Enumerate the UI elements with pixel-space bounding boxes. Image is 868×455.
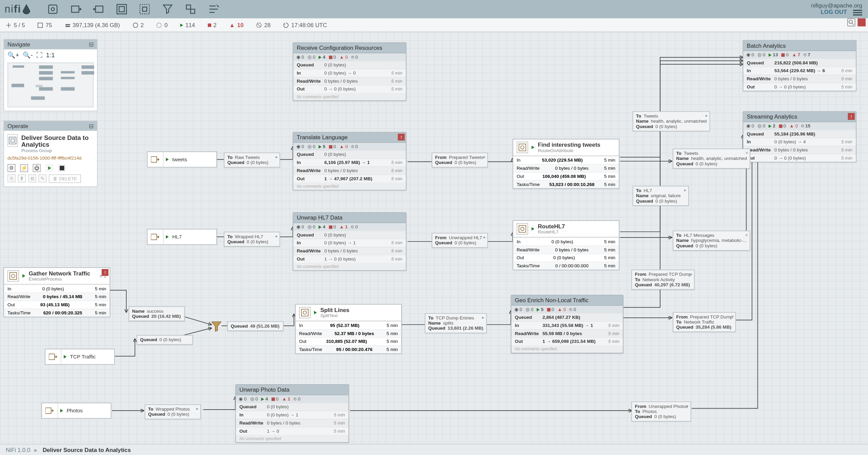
svg-rect-10 [38,23,43,27]
svg-rect-11 [65,24,70,25]
pg-translate-language[interactable]: Translate Language ! ◉ 0◎ 0 5 0▲ 0⎋ 0 Qu… [293,132,406,190]
funnel-tool-icon[interactable] [161,3,174,15]
zoom-actual-icon[interactable]: 1:1 [46,51,55,59]
stop-button[interactable] [58,164,66,172]
stopped-count: 2 [208,22,216,28]
zoom-out-icon[interactable]: 🔍- [23,51,33,59]
invalid-count: ▲ 10 [229,22,243,28]
svg-rect-22 [10,272,17,279]
template-tool-icon[interactable] [184,3,197,15]
conn-success[interactable]: Name success Queued 20 (16.42 MB) [129,306,185,321]
input-port-tcp[interactable]: TCP Traffic [45,349,115,365]
label-tool-icon[interactable] [207,3,220,15]
svg-point-27 [521,227,524,230]
bulletin-icon[interactable] [857,18,866,26]
svg-point-13 [133,23,138,27]
svg-point-15 [849,20,852,23]
remote-active: 2 [133,22,144,28]
upload-icon[interactable]: ⬆ [18,174,26,183]
operate-uuid: dc5fa29d-0156-1000-ffff-ffffbc4f214d [7,156,94,161]
start-button[interactable] [45,164,54,172]
svg-rect-3 [96,6,103,13]
processor-gather-network[interactable]: ! Gather Network TrafficExecuteProcess ≡… [3,267,110,317]
operate-panel: Operate⊟ Deliver Source Data to Analytic… [3,121,98,187]
search-icon[interactable] [847,18,855,26]
flow-canvas[interactable]: Navigate⊟ 🔍+ 🔍- ⛶ 1:1 Operate⊟ Deliver S… [0,32,868,444]
svg-rect-8 [186,5,191,9]
conn-tcp-stream[interactable]: ≡ From Prepared TCP Dump To Network Traf… [673,312,736,332]
conn-wrapped-photos[interactable]: ▸ To Wrapped Photos Queued 0 (0 bytes) [145,405,201,419]
input-port-tweets[interactable]: tweets [147,151,217,167]
color-icon[interactable]: ✎ [38,174,46,183]
status-bar: 5 / 5 75 397,139 (4.36 GB) 2 0 114 2 ▲ 1… [0,18,868,32]
svg-rect-4 [117,4,126,14]
processor-split-lines[interactable]: Split LinesSplitText In95 (52.37 MB)5 mi… [295,304,402,354]
conn-tcp-dump-entries[interactable]: ▸ To TCP Dump Entries Name splits Queued… [425,313,487,333]
birdseye-view[interactable] [7,63,94,107]
funnel[interactable] [211,321,221,331]
input-port-icon [147,229,163,244]
conn-unwrapped-hl7[interactable]: ▸ From Unwrapped HL7 Queued 0 (0 bytes) [432,233,488,248]
pg-batch-analytics[interactable]: Batch Analytics ◉ 0◎ 0 13 0▲ 7⎋ 7 Queued… [743,40,856,91]
breadcrumb[interactable]: NiFi 1.0.0 » Deliver Source Data to Anal… [0,444,868,455]
svg-point-14 [157,23,162,27]
svg-rect-19 [151,234,156,240]
processor-route-hl7[interactable]: RouteHL7RouteHL7 In0 (0 bytes)5 min Read… [513,220,619,270]
conn-to-tweets-batch[interactable]: ▸ To Tweets Name health, analytic, unmat… [633,111,710,131]
svg-rect-24 [519,144,526,151]
svg-rect-7 [142,7,146,11]
operate-target-type: Process Group [21,148,94,153]
active-threads: 5 / 5 [6,22,25,28]
pg-unwrap-photo[interactable]: Unwrap Photo Data ◉ 0◎ 0 4 0▲ 1⎋ 0 Queue… [235,384,349,443]
operate-target-name: Deliver Source Data to Analytics [21,134,94,148]
svg-rect-18 [151,157,156,162]
processor-find-tweets[interactable]: Find interesting tweetsRouteOnAttribute … [513,139,619,189]
conn-queue-funnel[interactable]: Queued 49 (51.26 MB) [227,321,283,331]
conn-queue-tcp-port[interactable]: Queued 0 (0 bytes) [137,335,193,345]
bulletin-icon[interactable]: ! [848,113,855,120]
svg-rect-20 [48,354,54,360]
conn-prepared-tweets[interactable]: ▸ From Prepared Tweets Queued 0 (0 bytes… [432,152,488,167]
input-port-hl7[interactable]: HL7 [147,229,217,245]
conn-to-tweets-stream[interactable]: ≡ To Tweets Name health, analytic, unmat… [673,148,750,168]
collapse-icon[interactable]: ⊟ [89,41,94,48]
conn-raw-tweets[interactable]: ▸ To Raw Tweets Queued 0 (0 bytes) [224,152,280,167]
pg-geo-enrich[interactable]: Geo Enrich Non-Local Traffic ◉ 0◎ 0 5 0▲… [511,295,624,353]
conn-photos-out[interactable]: ▸ From Unwrapped Photos To Photos Queued… [631,401,691,421]
pg-unwrap-hl7[interactable]: Unwrap HL7 Data ◉ 0◎ 0 4 0▲ 1⎋ 0 Queued0… [293,212,406,271]
template-icon[interactable]: ⎘ [7,174,16,183]
conn-hl7-messages[interactable]: ≡ To HL7 Messages Name hypoglycemia, met… [673,231,750,251]
enable-icon[interactable]: ⚡ [20,164,28,172]
logout-link[interactable]: LOG OUT [821,8,847,15]
conn-to-hl7[interactable]: ▸ To HL7 Name original, failure Queued 0… [633,186,689,206]
remote-group-tool-icon[interactable] [138,3,151,15]
copy-icon[interactable]: ⧉ [28,174,36,183]
output-port-tool-icon[interactable] [93,3,105,15]
svg-rect-0 [48,5,57,14]
processor-icon [517,142,528,153]
disable-icon[interactable]: ⏻ [33,164,41,172]
global-menu-icon[interactable] [853,8,862,17]
bulletin-icon[interactable]: ! [398,133,405,140]
delete-button[interactable]: 🗑 DELETE [49,174,81,183]
remote-inactive: 0 [156,22,167,28]
nifi-logo: nifi [5,3,31,15]
conn-tcp-batch[interactable]: ▸ From Prepared TCP Dump To Network Acti… [631,270,695,290]
zoom-in-icon[interactable]: 🔍+ [7,51,19,59]
input-port-photos[interactable]: Photos [41,402,112,418]
svg-point-23 [12,274,15,277]
pg-receive-config[interactable]: Receive Configuration Resources ◉ 0◎ 0 4… [293,42,406,101]
user-email: nifiguy@apache.org [811,2,862,9]
configure-icon[interactable]: ⚙ [7,164,16,172]
svg-rect-28 [301,309,308,316]
input-port-tool-icon[interactable] [70,3,82,15]
group-count: 75 [38,22,52,28]
processor-tool-icon[interactable] [46,3,59,15]
svg-rect-6 [140,4,150,14]
bulletin-icon[interactable]: ! [102,269,108,276]
zoom-fit-icon[interactable]: ⛶ [36,51,43,59]
conn-wrapped-hl7[interactable]: ▸ To Wrapped HL7 Queued 0 (0 bytes) [224,232,280,247]
process-group-tool-icon[interactable] [115,3,128,15]
pg-streaming-analytics[interactable]: Streaming Analytics ! ◉ 0◎ 0 2 0▲ 0⎋ 15 … [743,111,856,162]
collapse-icon[interactable]: ⊟ [89,123,94,129]
